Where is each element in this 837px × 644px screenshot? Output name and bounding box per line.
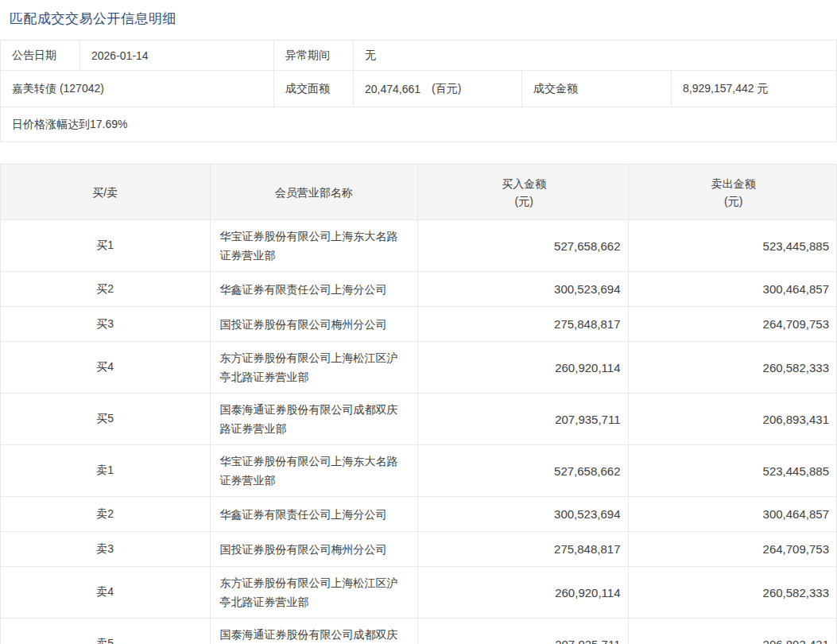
announce-date-value: 2026-01-14 (79, 41, 273, 70)
row-side: 买4 (1, 342, 210, 393)
row-sell-amount: 206,893,431 (628, 619, 837, 644)
page-title: 匹配成交交易公开信息明细 (0, 0, 837, 28)
table-row: 买4 东方证券股份有限公司上海松江区沪亭北路证券营业部 260,920,114 … (1, 342, 836, 394)
turnover-label: 成交金额 (521, 71, 671, 107)
header-sell-line1: 卖出金额 (711, 175, 756, 192)
summary-info-panel: 公告日期 2026-01-14 异常期间 无 嘉美转债 (127042) 成交面… (0, 40, 837, 142)
face-value-unit: (百元) (432, 82, 461, 96)
abnormal-period-label: 异常期间 (273, 41, 353, 70)
security-name: 嘉美转债 (127042) (1, 71, 273, 107)
table-row: 买5 国泰海通证券股份有限公司成都双庆路证券营业部 207,935,711 20… (1, 394, 836, 445)
row-side: 卖2 (1, 497, 210, 531)
header-side: 买/卖 (1, 165, 210, 219)
row-sell-amount: 300,464,857 (628, 272, 837, 306)
row-member: 东方证券股份有限公司上海松江区沪亭北路证券营业部 (210, 342, 418, 393)
table-row: 卖1 华宝证券股份有限公司上海东大名路证券营业部 527,658,662 523… (1, 445, 836, 497)
announce-date-label: 公告日期 (1, 41, 79, 70)
row-member: 东方证券股份有限公司上海松江区沪亭北路证券营业部 (210, 567, 418, 618)
abnormal-period-value: 无 (353, 41, 836, 70)
row-side: 买2 (1, 272, 210, 306)
row-member: 国泰海通证券股份有限公司成都双庆路证券营业部 (210, 619, 418, 644)
row-member: 华宝证券股份有限公司上海东大名路证券营业部 (210, 220, 418, 271)
row-side: 卖3 (1, 532, 210, 566)
table-row: 买1 华宝证券股份有限公司上海东大名路证券营业部 527,658,662 523… (1, 220, 836, 272)
info-row-announcement: 公告日期 2026-01-14 异常期间 无 (1, 41, 836, 71)
price-change-note: 日价格涨幅达到17.69% (1, 107, 836, 142)
row-member: 国泰海通证券股份有限公司成都双庆路证券营业部 (210, 394, 418, 444)
table-row: 卖5 国泰海通证券股份有限公司成都双庆路证券营业部 207,935,711 20… (1, 619, 836, 644)
face-value-cell: 20,474,661 (百元) (353, 71, 521, 107)
row-buy-amount: 527,658,662 (417, 445, 628, 496)
row-buy-amount: 300,523,694 (417, 272, 628, 306)
header-sell-line2: (元) (724, 192, 742, 210)
row-sell-amount: 264,709,753 (628, 532, 837, 566)
row-side: 卖4 (1, 567, 210, 618)
row-member: 华鑫证券有限责任公司上海分公司 (210, 272, 418, 306)
row-buy-amount: 275,848,817 (417, 532, 628, 566)
row-buy-amount: 207,935,711 (417, 619, 628, 644)
table-row: 买2 华鑫证券有限责任公司上海分公司 300,523,694 300,464,8… (1, 272, 836, 307)
table-row: 卖4 东方证券股份有限公司上海松江区沪亭北路证券营业部 260,920,114 … (1, 567, 836, 619)
row-sell-amount: 523,445,885 (628, 445, 837, 496)
header-buy-amount: 买入金额 (元) (417, 165, 628, 219)
row-buy-amount: 260,920,114 (417, 567, 628, 618)
row-side: 买5 (1, 394, 210, 444)
row-member: 国投证券股份有限公司梅州分公司 (210, 307, 418, 341)
info-row-note: 日价格涨幅达到17.69% (1, 107, 836, 142)
row-sell-amount: 264,709,753 (628, 307, 837, 341)
table-row: 买3 国投证券股份有限公司梅州分公司 275,848,817 264,709,7… (1, 307, 836, 342)
row-buy-amount: 527,658,662 (417, 220, 628, 271)
row-buy-amount: 207,935,711 (417, 394, 628, 444)
header-member: 会员营业部名称 (210, 165, 418, 219)
row-sell-amount: 260,582,333 (628, 342, 837, 393)
row-buy-amount: 300,523,694 (417, 497, 628, 531)
row-side: 买3 (1, 307, 210, 341)
face-value-label: 成交面额 (273, 71, 353, 107)
header-buy-line1: 买入金额 (502, 175, 546, 192)
table-row: 卖2 华鑫证券有限责任公司上海分公司 300,523,694 300,464,8… (1, 497, 836, 532)
table-row: 卖3 国投证券股份有限公司梅州分公司 275,848,817 264,709,7… (1, 532, 836, 567)
row-sell-amount: 260,582,333 (628, 567, 837, 618)
info-row-security: 嘉美转债 (127042) 成交面额 20,474,661 (百元) 成交金额 … (1, 71, 836, 107)
broker-trade-table: 买/卖 会员营业部名称 买入金额 (元) 卖出金额 (元) 买1 华宝证券股份有… (0, 164, 837, 644)
row-side: 卖1 (1, 445, 210, 496)
row-sell-amount: 206,893,431 (628, 394, 837, 444)
row-member: 华宝证券股份有限公司上海东大名路证券营业部 (210, 445, 418, 496)
row-side: 卖5 (1, 619, 210, 644)
row-member: 国投证券股份有限公司梅州分公司 (210, 532, 418, 566)
table-header-row: 买/卖 会员营业部名称 买入金额 (元) 卖出金额 (元) (1, 165, 836, 220)
face-value: 20,474,661 (365, 83, 420, 95)
row-member: 华鑫证券有限责任公司上海分公司 (210, 497, 418, 531)
header-sell-amount: 卖出金额 (元) (628, 165, 837, 219)
row-side: 买1 (1, 220, 210, 271)
row-sell-amount: 523,445,885 (628, 220, 837, 271)
turnover-value: 8,929,157,442 元 (671, 71, 836, 107)
row-buy-amount: 260,920,114 (417, 342, 628, 393)
header-buy-line2: (元) (515, 192, 533, 210)
row-sell-amount: 300,464,857 (628, 497, 837, 531)
row-buy-amount: 275,848,817 (417, 307, 628, 341)
